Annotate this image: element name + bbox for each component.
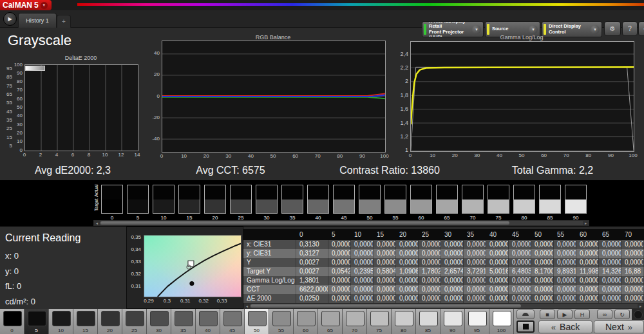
actual-swatch-half <box>334 185 354 199</box>
rgb-x-tick: 30 <box>223 153 234 159</box>
patch-button-95[interactable]: 95 <box>465 309 489 334</box>
deltae-y-tick: 10 <box>12 138 23 144</box>
tab-history-1[interactable]: History 1 <box>18 13 57 28</box>
patch-button-15[interactable]: 15 <box>73 309 98 334</box>
patch-button-55[interactable]: 55 <box>269 309 294 334</box>
gamma-y-tick: 1,6 <box>393 106 408 112</box>
app-logo-version: 5 <box>34 1 39 10</box>
strip-swatch <box>307 185 329 214</box>
table-cell: 2,6574 <box>441 267 464 276</box>
patch-label: 55 <box>269 328 293 333</box>
scroll-right-icon[interactable]: ▸ <box>583 221 589 225</box>
next-button[interactable]: Next » <box>594 320 644 333</box>
gamma-x-tick: 60 <box>538 153 550 158</box>
patch-button-10[interactable]: 10 <box>49 309 73 334</box>
actual-swatch-half <box>282 185 303 199</box>
patch-label: 65 <box>318 328 342 333</box>
patch-window-icon[interactable] <box>516 320 535 333</box>
patch-button-35[interactable]: 35 <box>171 309 196 334</box>
patch-chip <box>395 311 413 326</box>
stop-icon[interactable]: ■ <box>540 310 555 319</box>
patch-button-60[interactable]: 60 <box>294 309 318 334</box>
patch-label: 95 <box>465 328 489 333</box>
table-cell: 0,0000 <box>554 294 576 303</box>
patch-button-80[interactable]: 80 <box>392 309 416 334</box>
rgb-x-tick: 70 <box>312 153 323 159</box>
deltae-bar <box>25 66 45 71</box>
rgb-x-tick: 60 <box>290 153 301 159</box>
patch-button-20[interactable]: 20 <box>98 309 122 334</box>
add-tab-button[interactable]: + <box>57 15 71 28</box>
patch-button-45[interactable]: 45 <box>220 309 245 334</box>
actual-swatch-half <box>205 185 225 199</box>
current-reading-panel: Current Reading x: 0y: 0fL: 0cd/m²: 0 <box>0 227 126 309</box>
table-cell: 0,3130 <box>296 240 328 249</box>
table-cell: 0,0000 <box>374 258 396 267</box>
strip-swatch <box>256 185 278 214</box>
patch-button-30[interactable]: 30 <box>147 309 171 334</box>
refresh-icon[interactable]: ↻ <box>614 310 630 319</box>
back-button[interactable]: « Back <box>538 320 592 333</box>
strip-scrollbar-thumb[interactable] <box>100 221 509 225</box>
patch-chip <box>444 311 462 326</box>
table-header-row: 0510152025303540455055606570 <box>243 229 644 240</box>
actual-swatch-half <box>462 185 483 199</box>
gamma-y-tick: 2,4 <box>393 51 408 57</box>
patch-button-100[interactable]: 100 <box>489 309 514 334</box>
rgb-chart-title: RGB Balance <box>209 34 337 41</box>
summary-stat: Contrast Ratio: 13860 <box>339 165 440 176</box>
pattern-h-icon[interactable]: H <box>574 310 590 319</box>
rgb-x-tick: 10 <box>178 153 190 159</box>
table-cell: 0,0027 <box>296 258 328 267</box>
patch-chip <box>468 311 487 326</box>
table-scrollbar[interactable]: ◂▸ <box>243 303 644 309</box>
table-scrollbar-thumb[interactable] <box>251 304 521 308</box>
table-cell: 0,0027 <box>296 267 328 276</box>
cie-y-tick: 0,35 <box>127 234 141 240</box>
scroll-left-icon[interactable]: ◂ <box>244 304 250 308</box>
strip-swatch <box>565 185 587 214</box>
table-cell: 0,0000 <box>531 285 554 294</box>
strip-swatch <box>462 185 484 214</box>
scroll-right-icon[interactable]: ▸ <box>638 304 643 308</box>
patch-button-5[interactable]: 5 <box>24 309 49 334</box>
patch-label: 0 <box>0 328 24 333</box>
table-cell: 0,0000 <box>621 276 644 285</box>
table-cell: 3,7291 <box>464 267 486 276</box>
deltae-y-tick: 85 <box>2 74 12 80</box>
patch-button-70[interactable]: 70 <box>343 309 367 334</box>
patch-button-0[interactable]: 0 <box>0 309 24 334</box>
gamma-plot <box>410 41 634 152</box>
deltae-y-tick: 20 <box>12 130 23 136</box>
patch-button-40[interactable]: 40 <box>196 309 220 334</box>
patch-button-50[interactable]: 50 <box>245 309 269 334</box>
cie-x-tick: 0,29 <box>141 298 156 304</box>
table-cell: 0,0000 <box>464 249 486 258</box>
scroll-left-icon[interactable]: ◂ <box>94 221 100 225</box>
table-cell: 14,3263 <box>599 267 621 276</box>
patch-chip <box>52 311 71 326</box>
strip-scrollbar[interactable]: ◂▸ <box>93 220 589 226</box>
tab-list-play-icon[interactable]: ▶ <box>3 12 17 26</box>
actual-swatch-half <box>153 185 174 199</box>
meter-dome-icon[interactable] <box>516 310 535 319</box>
patch-button-85[interactable]: 85 <box>416 309 440 334</box>
patch-button-90[interactable]: 90 <box>440 309 465 334</box>
actual-swatch-half <box>128 185 148 199</box>
app-logo[interactable]: CalMAN5 ▾ <box>0 0 52 10</box>
reading-line: fL: 0 <box>5 281 21 291</box>
target-swatch-half <box>385 199 406 214</box>
patch-button-25[interactable]: 25 <box>122 309 147 334</box>
play-icon[interactable]: ▶ <box>557 310 573 319</box>
continuous-read-icon[interactable]: ∞ <box>597 310 612 319</box>
table-column-header: 30 <box>441 229 464 240</box>
deltae-y-tick: 25 <box>2 125 12 131</box>
patch-button-75[interactable]: 75 <box>367 309 392 334</box>
patch-button-65[interactable]: 65 <box>318 309 343 334</box>
table-cell: 0,0000 <box>486 258 509 267</box>
table-cell: 0,0000 <box>531 249 554 258</box>
deltae-y-tick: 15 <box>2 135 12 140</box>
logo-menu-chevron-down-icon[interactable]: ▾ <box>41 2 48 9</box>
deltae-y-tick: 90 <box>12 70 23 76</box>
table-cell: 0,0000 <box>374 276 396 285</box>
